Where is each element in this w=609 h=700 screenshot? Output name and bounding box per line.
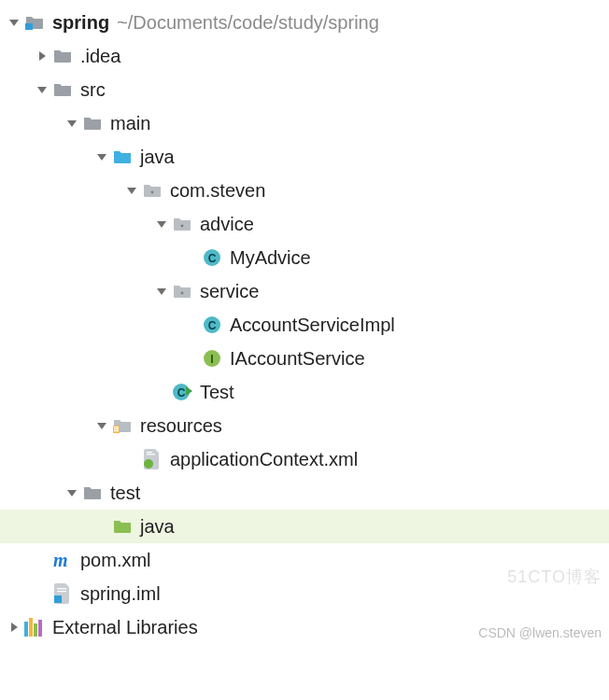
node-label: spring.iml <box>80 583 161 605</box>
expand-arrow-icon[interactable] <box>6 619 22 636</box>
spring-config-icon <box>142 449 163 469</box>
tree-row-myadvice[interactable]: MyAdvice <box>0 241 609 274</box>
tree-row-appctx[interactable]: applicationContext.xml <box>0 442 609 476</box>
node-label: pom.xml <box>80 550 151 571</box>
tree-row-java-main[interactable]: java <box>0 140 609 174</box>
node-label: Test <box>200 382 234 403</box>
module-folder-icon <box>24 12 45 33</box>
interface-icon <box>202 348 222 369</box>
tree-row-resources[interactable]: resources <box>0 409 609 442</box>
node-label: main <box>110 113 150 134</box>
node-label: service <box>200 281 259 302</box>
tree-row-package[interactable]: com.steven <box>0 174 609 207</box>
runnable-class-icon <box>172 382 192 402</box>
tree-row-test-dir[interactable]: test <box>0 476 609 510</box>
folder-icon <box>52 79 73 100</box>
tree-row-pom[interactable]: pom.xml <box>0 543 609 577</box>
expand-arrow-icon[interactable] <box>123 182 140 199</box>
maven-icon <box>52 550 73 570</box>
node-label: advice <box>200 214 254 235</box>
expand-arrow-icon[interactable] <box>34 81 50 98</box>
tree-row-java-test[interactable]: java <box>0 510 609 543</box>
resources-folder-icon <box>112 415 133 436</box>
test-folder-icon <box>112 516 133 537</box>
folder-icon <box>52 46 73 66</box>
node-label: MyAdvice <box>230 247 311 269</box>
tree-row-advice[interactable]: advice <box>0 207 609 241</box>
node-label: spring <box>52 12 109 34</box>
expand-arrow-icon[interactable] <box>6 14 22 31</box>
class-icon <box>202 315 222 335</box>
folder-icon <box>82 483 103 503</box>
libraries-icon <box>24 617 45 637</box>
source-folder-icon <box>112 147 133 167</box>
package-icon <box>172 214 192 234</box>
tree-row-root[interactable]: spring ~/Documents/code/study/spring <box>0 6 609 39</box>
tree-row-main[interactable]: main <box>0 106 609 140</box>
node-label: IAccountService <box>230 348 365 370</box>
tree-row-idea[interactable]: .idea <box>0 39 609 73</box>
node-label: src <box>80 79 106 101</box>
node-label: com.steven <box>170 180 265 202</box>
expand-arrow-icon[interactable] <box>93 148 110 165</box>
expand-arrow-icon[interactable] <box>93 417 110 434</box>
node-label: AccountServiceImpl <box>230 315 395 336</box>
tree-row-test-class[interactable]: Test <box>0 375 609 409</box>
node-label: resources <box>140 415 222 437</box>
node-label: java <box>140 516 175 538</box>
tree-row-service[interactable]: service <box>0 274 609 308</box>
tree-row-iml[interactable]: spring.iml <box>0 577 609 610</box>
expand-arrow-icon[interactable] <box>64 115 80 132</box>
node-label: test <box>110 483 140 504</box>
expand-arrow-icon[interactable] <box>34 48 50 64</box>
expand-arrow-icon[interactable] <box>64 484 80 501</box>
node-label: applicationContext.xml <box>170 449 358 470</box>
project-path: ~/Documents/code/study/spring <box>117 12 379 34</box>
package-icon <box>142 180 163 201</box>
tree-row-iaccount[interactable]: IAccountService <box>0 342 609 375</box>
node-label: java <box>140 147 175 168</box>
expand-arrow-icon[interactable] <box>153 283 170 300</box>
iml-icon <box>52 583 73 604</box>
expand-arrow-icon[interactable] <box>153 216 170 232</box>
tree-row-accountimpl[interactable]: AccountServiceImpl <box>0 308 609 342</box>
class-icon <box>202 247 222 268</box>
folder-icon <box>82 113 103 133</box>
node-label: External Libraries <box>52 617 198 638</box>
project-tree[interactable]: spring ~/Documents/code/study/spring .id… <box>0 0 609 644</box>
tree-row-src[interactable]: src <box>0 73 609 106</box>
tree-row-extlib[interactable]: External Libraries <box>0 610 609 644</box>
node-label: .idea <box>80 46 120 67</box>
package-icon <box>172 281 192 301</box>
